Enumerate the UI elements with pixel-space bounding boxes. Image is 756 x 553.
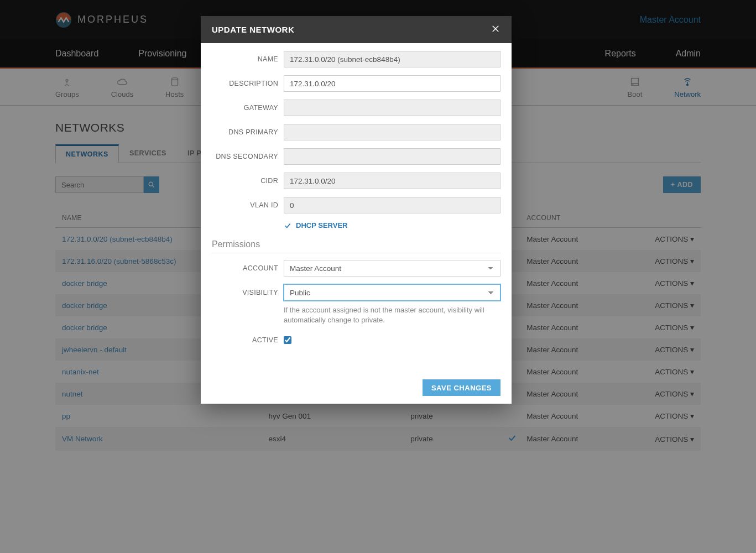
input-gateway[interactable] [284,100,500,116]
permissions-title: Permissions [212,239,500,253]
input-vlan[interactable] [284,197,500,213]
modal-footer: SAVE CHANGES [201,372,512,404]
label-active: ACTIVE [212,336,284,344]
modal-title: UPDATE NETWORK [212,25,294,34]
visibility-help-text: If the acccount assigned is not the mast… [284,305,500,325]
label-dns-secondary: DNS SECONDARY [212,153,284,160]
save-button[interactable]: SAVE CHANGES [423,379,500,396]
select-visibility[interactable]: Public [284,284,500,301]
update-network-modal: UPDATE NETWORK NAME DESCRIPTION GATEWAY … [201,16,512,404]
label-cidr: CIDR [212,177,284,185]
modal-header: UPDATE NETWORK [201,16,512,43]
select-account[interactable]: Master Account [284,260,500,276]
modal-body: NAME DESCRIPTION GATEWAY DNS PRIMARY DNS… [201,43,512,372]
input-dns-secondary[interactable] [284,148,500,165]
dhcp-row[interactable]: DHCP SERVER [284,221,500,229]
input-dns-primary[interactable] [284,124,500,140]
label-dns-primary: DNS PRIMARY [212,128,284,136]
label-visibility: VISIBILITY [212,289,284,296]
input-cidr[interactable] [284,173,500,189]
input-description[interactable] [284,75,500,92]
close-icon [491,24,500,34]
dhcp-label: DHCP SERVER [296,221,347,229]
label-gateway: GATEWAY [212,104,284,112]
label-name: NAME [212,55,284,63]
modal-close-button[interactable] [491,23,500,37]
label-account: ACCOUNT [212,264,284,272]
label-vlan: VLAN ID [212,201,284,209]
input-name[interactable] [284,51,500,67]
checkbox-active[interactable] [284,336,291,344]
label-description: DESCRIPTION [212,80,284,87]
check-icon [284,222,291,229]
